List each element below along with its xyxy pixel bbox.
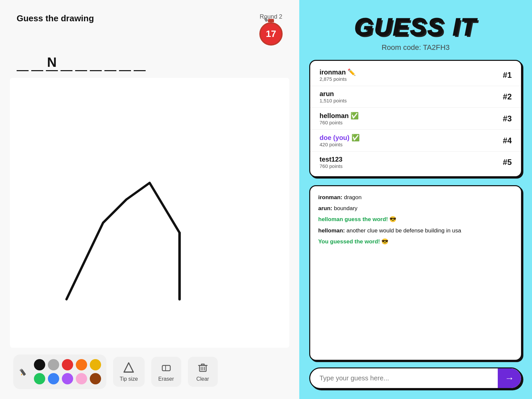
guess-input[interactable] — [310, 368, 498, 388]
letter-slot — [134, 56, 146, 71]
clear-label: Clear — [196, 376, 209, 382]
clear-button[interactable]: Clear — [188, 357, 218, 387]
player-points: 760 points — [320, 120, 359, 125]
pencil-icon[interactable] — [19, 366, 31, 378]
color-brown[interactable] — [90, 373, 101, 384]
player-rank: #2 — [503, 92, 512, 101]
color-black[interactable] — [34, 359, 45, 370]
player-info: test123 760 points — [320, 156, 342, 169]
letter-slot — [90, 56, 102, 71]
game-title: GUESS IT — [354, 13, 477, 41]
player-name: test123 — [320, 156, 342, 163]
top-bar: Guess the drawing Round 2 17 — [0, 0, 299, 52]
leaderboard-row: arun 1,510 points #2 — [310, 86, 521, 108]
trash-icon — [197, 361, 209, 373]
player-name: arun — [320, 90, 347, 98]
chat-sender: helloman: — [318, 227, 345, 234]
player-info: doe (you) ✅ 420 points — [320, 134, 360, 147]
leaderboard-row: ironman ✏️ 2,875 points #1 — [310, 64, 521, 86]
leaderboard-row: test123 760 points #5 — [310, 152, 521, 173]
word-display: N — [0, 52, 299, 78]
timer-circle: 17 — [259, 22, 283, 46]
leaderboard: ironman ✏️ 2,875 points #1 arun 1,510 po… — [309, 60, 522, 177]
tip-size-label: Tip size — [120, 376, 138, 382]
chat-message: ironman: dragon — [318, 193, 513, 202]
letter-line — [75, 70, 87, 71]
letter-line — [17, 70, 29, 71]
color-orange[interactable] — [76, 359, 87, 370]
right-panel: GUESS IT Room code: TA2FH3 ironman ✏️ 2,… — [299, 0, 532, 399]
letter-line — [90, 70, 102, 71]
chat-message-you-correct: You guessed the word! 😎 — [318, 237, 513, 246]
guess-label: Guess the drawing — [17, 13, 94, 24]
room-code: Room code: TA2FH3 — [382, 43, 450, 52]
letter-line — [104, 70, 116, 71]
letter-slot — [104, 56, 116, 71]
player-name: helloman ✅ — [320, 112, 359, 120]
pencil-svg — [20, 367, 30, 377]
player-info: helloman ✅ 760 points — [320, 112, 359, 125]
left-panel: Guess the drawing Round 2 17 N — [0, 0, 299, 399]
color-gray[interactable] — [48, 359, 59, 370]
chat-message: arun: boundary — [318, 204, 513, 213]
letter-slot — [61, 56, 72, 71]
player-points: 420 points — [320, 142, 360, 147]
chat-sender: arun: — [318, 205, 332, 211]
drawing-canvas[interactable] — [10, 78, 289, 348]
eraser-icon — [160, 361, 172, 373]
color-red[interactable] — [62, 359, 73, 370]
color-green[interactable] — [34, 373, 45, 384]
guess-submit-button[interactable]: → — [498, 368, 521, 388]
svg-marker-3 — [124, 363, 133, 372]
leaderboard-row: helloman ✅ 760 points #3 — [310, 108, 521, 130]
color-pink[interactable] — [76, 373, 87, 384]
tip-size-icon — [123, 361, 135, 373]
color-grid — [34, 359, 101, 384]
round-timer: Round 2 17 — [259, 13, 283, 46]
color-blue[interactable] — [48, 373, 59, 384]
chat-message: helloman: another clue would be defense … — [318, 226, 513, 235]
letter-slot — [119, 56, 131, 71]
letter-line — [61, 70, 72, 71]
guess-input-container: → — [309, 367, 522, 389]
leaderboard-row: doe (you) ✅ 420 points #4 — [310, 130, 521, 152]
eraser-label: Eraser — [158, 376, 174, 382]
letter-slot: N — [46, 56, 58, 71]
player-name: ironman ✏️ — [320, 68, 356, 76]
player-info: ironman ✏️ 2,875 points — [320, 68, 356, 82]
svg-marker-1 — [21, 373, 22, 375]
timer-number: 17 — [266, 29, 276, 39]
player-rank: #3 — [503, 114, 512, 123]
letter-line — [31, 70, 43, 71]
letter-slot — [17, 56, 29, 71]
player-rank: #1 — [503, 70, 512, 80]
letter-line — [134, 70, 146, 71]
player-points: 2,875 points — [320, 76, 356, 82]
player-rank: #4 — [503, 136, 512, 145]
chat-sender: ironman: — [318, 194, 342, 200]
color-palette — [13, 354, 106, 389]
toolbar: Tip size Eraser Clear — [0, 348, 299, 399]
player-info: arun 1,510 points — [320, 90, 347, 103]
drawing-svg — [10, 78, 289, 348]
player-points: 760 points — [320, 163, 342, 169]
player-points: 1,510 points — [320, 98, 347, 103]
tip-size-button[interactable]: Tip size — [113, 357, 145, 387]
arrow-icon: → — [505, 373, 514, 384]
player-name-you: doe (you) ✅ — [320, 134, 360, 142]
chat-box: ironman: dragon arun: boundary helloman … — [309, 185, 522, 361]
player-rank: #5 — [503, 158, 512, 167]
chat-message-correct: helloman guess the word! 😎 — [318, 215, 513, 224]
color-yellow[interactable] — [90, 359, 101, 370]
letter-line — [119, 70, 131, 71]
color-purple[interactable] — [62, 373, 73, 384]
svg-rect-5 — [162, 365, 170, 371]
letter-line — [46, 70, 58, 71]
letter-slot — [75, 56, 87, 71]
letter-slot — [31, 56, 43, 71]
eraser-button[interactable]: Eraser — [151, 357, 181, 387]
